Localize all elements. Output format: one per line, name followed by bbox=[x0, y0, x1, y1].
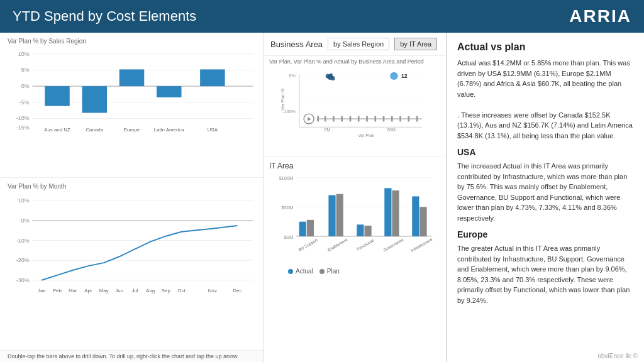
svg-rect-84 bbox=[307, 220, 314, 236]
svg-text:$0M: $0M bbox=[284, 234, 294, 240]
svg-rect-74 bbox=[399, 116, 401, 122]
svg-text:20M: 20M bbox=[387, 128, 396, 132]
svg-text:Jul: Jul bbox=[131, 288, 138, 293]
svg-point-59 bbox=[390, 72, 397, 80]
line-chart-section: Var Plan % by Month 10% 0% -10% -20% -30… bbox=[0, 178, 264, 350]
svg-rect-68 bbox=[350, 116, 352, 122]
svg-point-57 bbox=[326, 74, 330, 78]
svg-text:Aus and NZ: Aus and NZ bbox=[44, 127, 70, 133]
svg-rect-64 bbox=[317, 116, 319, 122]
svg-text:Sep: Sep bbox=[162, 288, 171, 293]
svg-text:Feb: Feb bbox=[53, 288, 62, 293]
europe-text: The greater Actual in this IT Area was p… bbox=[457, 243, 634, 305]
business-area-header: Business Area by Sales Region by IT Area bbox=[264, 33, 446, 56]
svg-rect-66 bbox=[333, 116, 335, 122]
it-area-section: IT Area $100M $50M $0M BU Support Enable… bbox=[264, 156, 446, 362]
footer-credit: obviEnce llc © bbox=[597, 353, 638, 359]
svg-text:12: 12 bbox=[401, 73, 408, 79]
svg-rect-95 bbox=[412, 196, 419, 236]
svg-text:USA: USA bbox=[208, 127, 218, 133]
svg-rect-96 bbox=[419, 207, 426, 236]
svg-text:0%: 0% bbox=[21, 83, 30, 89]
svg-text:10%: 10% bbox=[18, 51, 30, 57]
svg-text:-10%: -10% bbox=[16, 115, 30, 121]
page-title: YTD Spend by Cost Elements bbox=[13, 8, 196, 25]
svg-rect-18 bbox=[157, 86, 182, 97]
svg-point-58 bbox=[330, 74, 333, 77]
svg-text:0%: 0% bbox=[21, 217, 30, 224]
svg-rect-93 bbox=[392, 190, 399, 236]
page-header: YTD Spend by Cost Elements ARRIA bbox=[0, 0, 644, 33]
svg-text:Jan: Jan bbox=[38, 288, 46, 293]
middle-panel: Business Area by Sales Region by IT Area… bbox=[264, 33, 447, 362]
svg-text:Var Plan %: Var Plan % bbox=[280, 88, 285, 111]
main-content: Var Plan % by Sales Region 10% 5% 0% -5%… bbox=[0, 33, 644, 362]
bar-chart-svg: 10% 5% 0% -5% -10% -15% Aus and NZ Canad… bbox=[8, 47, 256, 135]
bar-chart-section: Var Plan % by Sales Region 10% 5% 0% -5%… bbox=[0, 33, 264, 178]
svg-rect-72 bbox=[383, 116, 385, 122]
tab-sales-region[interactable]: by Sales Region bbox=[328, 38, 389, 50]
line-chart-label: Var Plan % by Month bbox=[8, 183, 256, 190]
line-chart-svg: 10% 0% -10% -20% -30% Jan Feb Mar Apr Ma… bbox=[8, 192, 256, 299]
svg-text:Enablement: Enablement bbox=[327, 238, 348, 253]
svg-rect-90 bbox=[364, 226, 371, 236]
actual-dot bbox=[288, 269, 293, 274]
plan-dot bbox=[319, 269, 325, 274]
svg-rect-20 bbox=[200, 69, 225, 86]
svg-text:-30%: -30% bbox=[16, 277, 30, 283]
svg-rect-65 bbox=[325, 116, 326, 122]
usa-text: The increased Actual in this IT Area was… bbox=[457, 161, 634, 223]
svg-text:May: May bbox=[99, 288, 109, 293]
svg-text:Jun: Jun bbox=[115, 288, 123, 293]
svg-text:Aug: Aug bbox=[146, 288, 155, 293]
svg-text:-20%: -20% bbox=[16, 257, 30, 263]
svg-text:Europe: Europe bbox=[124, 127, 140, 133]
svg-rect-12 bbox=[45, 86, 70, 106]
svg-rect-71 bbox=[374, 116, 376, 122]
hint-text: Double-tap the bars above to drill down.… bbox=[0, 350, 264, 362]
svg-text:0%: 0% bbox=[289, 74, 296, 78]
svg-text:Infrastructure: Infrastructure bbox=[410, 237, 433, 253]
svg-text:$50M: $50M bbox=[282, 205, 294, 211]
bar-chart-label: Var Plan % by Sales Region bbox=[8, 38, 256, 45]
line-chart-area[interactable]: 10% 0% -10% -20% -30% Jan Feb Mar Apr Ma… bbox=[8, 192, 256, 299]
svg-text:$100M: $100M bbox=[279, 175, 293, 181]
legend-actual: Actual bbox=[288, 268, 313, 275]
svg-rect-14 bbox=[82, 86, 108, 112]
it-area-svg[interactable]: $100M $50M $0M BU Support Enablement Fu bbox=[269, 173, 441, 264]
svg-rect-16 bbox=[119, 69, 145, 86]
svg-rect-73 bbox=[391, 116, 393, 122]
svg-text:Dec: Dec bbox=[233, 288, 242, 293]
scatter-chart-area: Var Plan, Var Plan % and Actual by Busin… bbox=[264, 56, 446, 156]
svg-text:10%: 10% bbox=[18, 198, 30, 204]
usa-title: USA bbox=[457, 147, 634, 157]
it-area-label: IT Area bbox=[269, 162, 441, 170]
svg-text:Oct: Oct bbox=[177, 288, 186, 293]
svg-rect-83 bbox=[299, 222, 306, 236]
scatter-label: Var Plan, Var Plan % and Actual by Busin… bbox=[269, 58, 441, 65]
actual-vs-plan-title: Actual vs plan bbox=[457, 41, 634, 53]
svg-text:Var Plan: Var Plan bbox=[358, 133, 375, 138]
svg-rect-87 bbox=[336, 194, 343, 236]
svg-text:Nov: Nov bbox=[208, 288, 217, 293]
svg-rect-75 bbox=[408, 116, 410, 122]
svg-text:Functional: Functional bbox=[356, 238, 375, 251]
left-panel: Var Plan % by Sales Region 10% 5% 0% -5%… bbox=[0, 33, 264, 362]
svg-text:Apr: Apr bbox=[84, 288, 92, 293]
business-area-label: Business Area bbox=[270, 40, 323, 49]
svg-text:5%: 5% bbox=[21, 67, 30, 73]
svg-text:-10%: -10% bbox=[16, 238, 30, 244]
actual-vs-plan-text: Actual was $14.2MM or 5.85% more than pl… bbox=[457, 58, 634, 141]
it-legend: Actual Plan bbox=[269, 266, 441, 275]
svg-text:Canada: Canada bbox=[86, 127, 103, 133]
svg-text:Latin America: Latin America bbox=[154, 127, 184, 133]
svg-text:Governance: Governance bbox=[382, 237, 404, 252]
right-panel[interactable]: Actual vs plan Actual was $14.2MM or 5.8… bbox=[447, 33, 644, 362]
svg-text:Mar: Mar bbox=[69, 288, 77, 293]
svg-rect-69 bbox=[358, 116, 360, 122]
scatter-svg: 0% -100% Var Plan % Var Plan 0M 20M bbox=[269, 66, 441, 138]
svg-rect-70 bbox=[366, 116, 368, 122]
bar-chart-area[interactable]: 10% 5% 0% -5% -10% -15% Aus and NZ Canad… bbox=[8, 47, 256, 135]
svg-rect-89 bbox=[357, 224, 364, 236]
tab-it-area[interactable]: by IT Area bbox=[394, 38, 437, 50]
